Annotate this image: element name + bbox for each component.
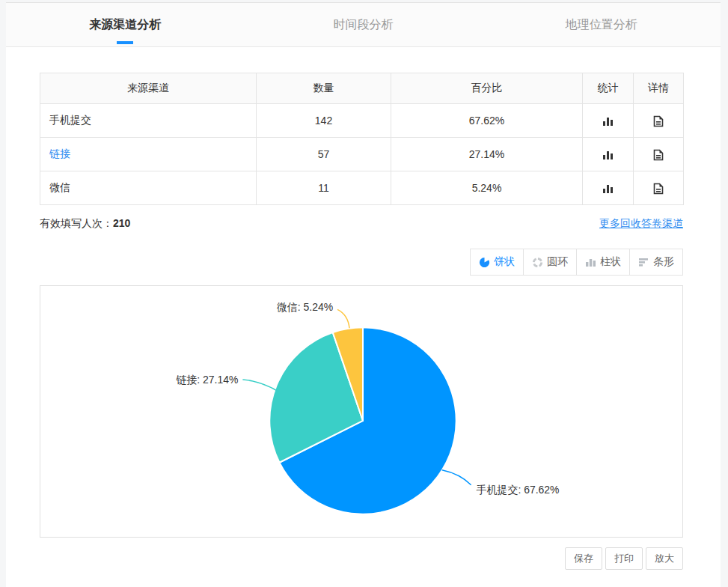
more-channels-link[interactable]: 更多回收答卷渠道 — [599, 217, 683, 231]
document-icon — [653, 181, 664, 193]
tab-time-period-label: 时间段分析 — [333, 17, 393, 33]
valid-responses-summary: 有效填写人次：210 — [40, 217, 130, 231]
col-header-channel: 来源渠道 — [40, 73, 257, 104]
chart-type-donut-button[interactable]: 圆环 — [523, 249, 577, 276]
document-icon — [653, 147, 664, 159]
cell-percent: 27.14% — [391, 138, 583, 171]
cell-percent: 67.62% — [391, 104, 583, 138]
chart-type-bar-label: 条形 — [653, 255, 674, 269]
bar-chart-horizontal-icon — [638, 257, 649, 267]
chart-container: 手机提交: 67.62%链接: 27.14%微信: 5.24% — [40, 285, 683, 538]
analysis-panel: 来源渠道分析 时间段分析 地理位置分析 来源渠道 数量 百分比 统计 — [6, 2, 721, 587]
pie-icon — [479, 257, 490, 268]
tab-bar: 来源渠道分析 时间段分析 地理位置分析 — [6, 3, 721, 47]
tab-source-channel[interactable]: 来源渠道分析 — [6, 3, 244, 46]
pie-chart: 手机提交: 67.62%链接: 27.14%微信: 5.24% — [40, 286, 682, 537]
pie-label-链接: 链接: 27.14% — [175, 374, 238, 386]
table-row: 微信 11 5.24% — [40, 171, 684, 205]
detail-action[interactable] — [634, 138, 684, 171]
chart-type-toolbar: 饼状 圆环 柱状 条形 — [40, 249, 683, 276]
cell-percent: 5.24% — [391, 171, 583, 205]
bar-chart-icon — [602, 148, 614, 160]
table-row: 手机提交 142 67.62% — [40, 104, 684, 138]
cell-count: 142 — [257, 104, 391, 138]
cell-count: 11 — [257, 171, 391, 205]
zoom-button[interactable]: 放大 — [646, 547, 683, 570]
cell-count: 57 — [257, 138, 391, 171]
chart-type-column-label: 柱状 — [600, 255, 621, 269]
stat-action[interactable] — [583, 138, 634, 171]
active-tab-underline — [117, 41, 133, 44]
cell-channel: 微信 — [40, 171, 257, 205]
chart-type-pie-label: 饼状 — [494, 255, 515, 269]
donut-icon — [532, 257, 543, 268]
pie-leader-line-手机提交 — [442, 470, 471, 485]
cell-channel: 手机提交 — [40, 104, 257, 138]
content-area: 来源渠道 数量 百分比 统计 详情 手机提交 142 67.62% — [6, 47, 721, 570]
tab-geo-location-label: 地理位置分析 — [566, 17, 637, 33]
chart-type-pie-button[interactable]: 饼状 — [470, 249, 524, 276]
chart-actions: 保存 打印 放大 — [40, 547, 683, 570]
save-button[interactable]: 保存 — [565, 547, 602, 570]
stat-action[interactable] — [583, 171, 634, 205]
print-button[interactable]: 打印 — [605, 547, 643, 570]
summary-row: 有效填写人次：210 更多回收答卷渠道 — [40, 217, 683, 231]
col-header-count: 数量 — [257, 73, 391, 104]
bar-chart-icon — [602, 182, 614, 194]
col-header-stat: 统计 — [583, 73, 634, 104]
chart-type-bar-button[interactable]: 条形 — [629, 249, 683, 276]
pie-leader-line-微信 — [337, 309, 349, 328]
col-header-percent: 百分比 — [391, 73, 583, 104]
chart-type-column-button[interactable]: 柱状 — [576, 249, 630, 276]
table-row: 链接 57 27.14% — [40, 138, 684, 171]
channel-table: 来源渠道 数量 百分比 统计 详情 手机提交 142 67.62% — [40, 73, 684, 205]
pie-label-手机提交: 手机提交: 67.62% — [477, 484, 560, 496]
tab-geo-location[interactable]: 地理位置分析 — [483, 3, 721, 46]
table-header-row: 来源渠道 数量 百分比 统计 详情 — [40, 73, 684, 104]
detail-action[interactable] — [634, 104, 684, 138]
tab-time-period[interactable]: 时间段分析 — [244, 3, 482, 46]
pie-leader-line-链接 — [242, 380, 278, 392]
bar-chart-icon — [602, 115, 614, 127]
stat-action[interactable] — [583, 104, 634, 138]
detail-action[interactable] — [634, 171, 684, 205]
tab-source-channel-label: 来源渠道分析 — [89, 17, 161, 33]
chart-type-donut-label: 圆环 — [547, 255, 568, 269]
column-chart-icon — [585, 257, 596, 267]
col-header-detail: 详情 — [634, 73, 684, 104]
document-icon — [653, 114, 664, 126]
cell-channel-link[interactable]: 链接 — [40, 138, 257, 171]
pie-label-微信: 微信: 5.24% — [277, 301, 333, 313]
valid-responses-label: 有效填写人次： — [40, 217, 113, 229]
valid-responses-count: 210 — [113, 217, 130, 229]
